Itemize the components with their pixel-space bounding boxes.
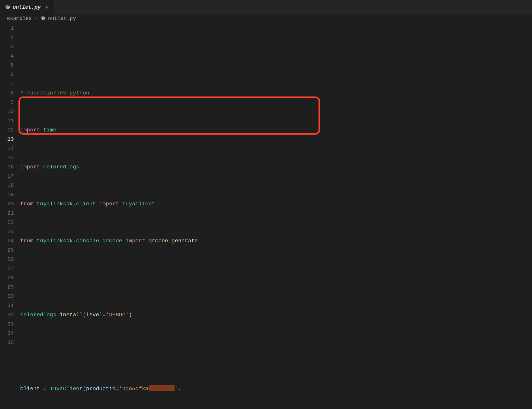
line-number: 35 [0, 338, 14, 347]
line-number: 25 [0, 246, 14, 255]
line-number: 2 [0, 33, 14, 42]
line-number: 30 [0, 292, 14, 301]
code-area[interactable]: #!/usr/bin/env python import time import… [20, 24, 532, 409]
line-number: 19 [0, 190, 14, 199]
line-number: 15 [0, 153, 14, 162]
chevron-right-icon: › [35, 16, 38, 21]
redacted-value [149, 385, 175, 391]
line-number: 11 [0, 116, 14, 125]
line-number: 27 [0, 264, 14, 273]
line-number: 4 [0, 51, 14, 61]
line-number: 6 [0, 70, 14, 79]
line-number: 28 [0, 273, 14, 282]
close-icon[interactable]: ✕ [44, 4, 48, 10]
line-number: 34 [0, 329, 14, 338]
code-line: client = TuyaClient(productid='ndo5dfka'… [20, 384, 532, 393]
line-number: 31 [0, 301, 14, 310]
code-line: import coloredlogs [20, 162, 532, 172]
code-editor[interactable]: 1234567891011121314151617181920212223242… [0, 23, 532, 409]
line-number: 14 [0, 144, 14, 153]
breadcrumb-file[interactable]: outlet.py [48, 16, 76, 21]
line-number: 18 [0, 181, 14, 190]
breadcrumb: examples › outlet.py [0, 14, 532, 23]
line-number-gutter: 1234567891011121314151617181920212223242… [0, 24, 20, 409]
line-number: 29 [0, 282, 14, 292]
python-file-icon [41, 16, 45, 21]
line-number: 32 [0, 310, 14, 319]
line-number: 33 [0, 319, 14, 329]
line-number: 24 [0, 236, 14, 246]
code-line: from tuyalinksdk.client import TuyaClien… [20, 199, 532, 209]
code-line: from tuyalinksdk.console_qrcode import q… [20, 236, 532, 246]
line-number: 10 [0, 107, 14, 116]
code-line [20, 347, 532, 356]
breadcrumb-folder[interactable]: examples [7, 16, 32, 21]
line-number: 22 [0, 218, 14, 227]
line-number: 26 [0, 255, 14, 264]
code-line: coloredlogs.install(level='DEBUG') [20, 310, 532, 319]
code-line: #!/usr/bin/env python [20, 88, 532, 98]
line-number: 21 [0, 209, 14, 218]
line-number: 8 [0, 88, 14, 98]
tab-bar: outlet.py ✕ [0, 0, 532, 14]
code-line [20, 273, 532, 282]
line-number: 12 [0, 125, 14, 135]
tab-outlet-py[interactable]: outlet.py ✕ [0, 0, 53, 14]
comment: #!/usr/bin/env python [20, 90, 89, 96]
line-number: 20 [0, 199, 14, 209]
line-number: 9 [0, 98, 14, 107]
line-number: 7 [0, 79, 14, 88]
line-number: 3 [0, 42, 14, 51]
indent-guide [20, 384, 20, 393]
line-number: 13 [0, 135, 14, 144]
code-line: import time [20, 125, 532, 135]
tab-filename: outlet.py [13, 4, 41, 10]
line-number: 1 [0, 24, 14, 33]
line-number: 5 [0, 61, 14, 70]
line-number: 16 [0, 162, 14, 172]
line-number: 17 [0, 172, 14, 181]
line-number: 23 [0, 227, 14, 236]
python-file-icon [5, 4, 10, 10]
